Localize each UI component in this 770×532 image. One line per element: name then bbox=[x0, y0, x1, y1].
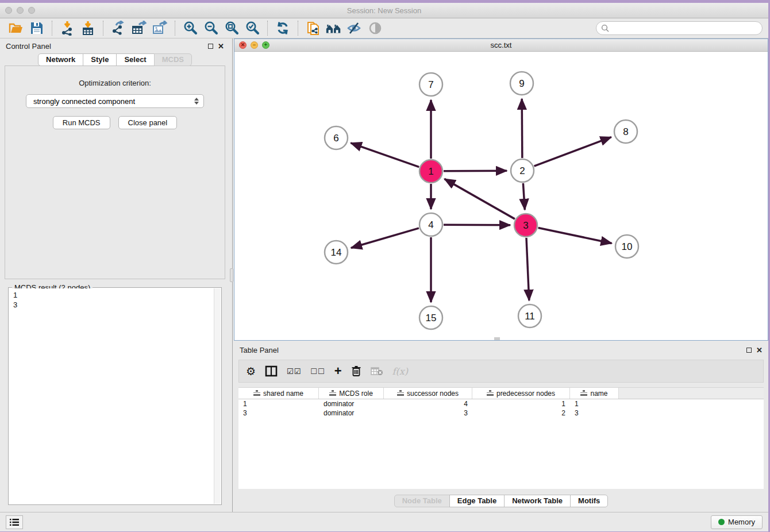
search-field[interactable] bbox=[596, 21, 763, 35]
show-columns-icon[interactable] bbox=[265, 363, 278, 379]
save-session-icon[interactable] bbox=[28, 20, 45, 36]
import-network-icon[interactable] bbox=[59, 20, 76, 36]
graph-node-7[interactable]: 7 bbox=[419, 73, 442, 96]
svg-text:7: 7 bbox=[428, 79, 433, 90]
graph-edge-3-11[interactable] bbox=[526, 238, 529, 300]
tab-network-table[interactable]: Network Table bbox=[504, 495, 571, 507]
graph-node-10[interactable]: 10 bbox=[615, 235, 638, 258]
table-cell[interactable]: 3 bbox=[238, 408, 319, 418]
close-panel-button[interactable]: Close panel bbox=[118, 116, 178, 129]
run-mcds-button[interactable]: Run MCDS bbox=[53, 116, 110, 129]
refresh-icon[interactable] bbox=[274, 20, 291, 36]
table-cell[interactable]: 2 bbox=[472, 408, 570, 418]
table-row[interactable]: 1dominator411 bbox=[238, 399, 764, 408]
hide-selected-icon[interactable] bbox=[346, 20, 363, 36]
criterion-select-value: strongly connected component bbox=[33, 97, 135, 106]
svg-text:11: 11 bbox=[525, 311, 535, 322]
network-canvas[interactable]: 7968124314101511 bbox=[234, 52, 768, 340]
table-cell[interactable]: dominator bbox=[319, 408, 384, 418]
svg-text:6: 6 bbox=[333, 133, 338, 144]
table-settings-gear-icon[interactable]: ⚙ bbox=[246, 363, 256, 379]
svg-text:15: 15 bbox=[426, 313, 437, 323]
table-cell[interactable]: 3 bbox=[570, 408, 619, 418]
graph-edge-3-10[interactable] bbox=[538, 228, 612, 244]
close-panel-icon[interactable]: ✕ bbox=[218, 44, 224, 49]
table-cell[interactable]: dominator bbox=[319, 399, 384, 408]
table-row[interactable]: 3dominator323 bbox=[238, 408, 764, 418]
svg-text:14: 14 bbox=[331, 247, 342, 258]
import-table-icon[interactable] bbox=[79, 20, 97, 36]
graph-edge-2-9[interactable] bbox=[522, 99, 522, 158]
window-resize-grip[interactable] bbox=[494, 337, 500, 340]
graph-node-6[interactable]: 6 bbox=[325, 126, 348, 149]
graph-edge-2-8[interactable] bbox=[534, 137, 611, 167]
tab-network[interactable]: Network bbox=[38, 53, 83, 66]
column-header-shared-name[interactable]: shared name bbox=[238, 388, 319, 399]
tab-edge-table[interactable]: Edge Table bbox=[449, 495, 505, 507]
svg-text:8: 8 bbox=[623, 126, 628, 137]
graph-edge-1-2[interactable] bbox=[444, 171, 507, 171]
column-type-icon bbox=[487, 390, 494, 396]
float-panel-icon[interactable] bbox=[208, 44, 213, 49]
tab-style[interactable]: Style bbox=[83, 53, 117, 66]
graph-node-14[interactable]: 14 bbox=[325, 241, 348, 264]
memory-status-icon bbox=[718, 519, 725, 525]
table-cell[interactable]: 1 bbox=[570, 399, 619, 408]
graph-edge-4-14[interactable] bbox=[351, 228, 419, 248]
zoom-in-icon[interactable] bbox=[182, 20, 199, 36]
memory-button[interactable]: Memory bbox=[711, 515, 763, 529]
tab-node-table[interactable]: Node Table bbox=[394, 495, 450, 507]
duplicate-network-icon[interactable] bbox=[305, 20, 322, 36]
criterion-select[interactable]: strongly connected component bbox=[26, 94, 204, 108]
table-float-panel-icon[interactable] bbox=[746, 348, 752, 353]
tab-select[interactable]: Select bbox=[116, 53, 154, 66]
table-cell[interactable]: 4 bbox=[384, 399, 472, 408]
first-neighbors-icon[interactable] bbox=[325, 20, 342, 36]
panel-splitter[interactable] bbox=[230, 38, 234, 512]
network-window-titlebar[interactable]: ✕ − + scc.txt bbox=[234, 39, 768, 52]
export-network-icon[interactable] bbox=[110, 20, 127, 36]
table-close-panel-icon[interactable]: ✕ bbox=[756, 348, 763, 353]
result-scrollbar[interactable] bbox=[214, 288, 221, 504]
graph-node-15[interactable]: 15 bbox=[419, 306, 442, 329]
graph-edge-2-3[interactable] bbox=[523, 183, 525, 210]
deselect-all-icon[interactable]: ☐☐ bbox=[310, 363, 325, 379]
zoom-selected-icon[interactable] bbox=[244, 20, 261, 36]
zoom-out-icon[interactable] bbox=[202, 20, 220, 36]
graph-node-9[interactable]: 9 bbox=[510, 72, 533, 95]
mcds-result-list[interactable]: 13 bbox=[9, 288, 214, 504]
splitter-grip[interactable] bbox=[230, 268, 233, 282]
network-view-window: ✕ − + scc.txt 79681243141015 bbox=[234, 38, 768, 341]
export-table-icon[interactable] bbox=[130, 20, 148, 36]
graph-node-8[interactable]: 8 bbox=[614, 120, 637, 143]
create-column-icon[interactable]: + bbox=[334, 363, 342, 379]
graph-node-1[interactable]: 1 bbox=[419, 160, 442, 183]
table-cell[interactable]: 1 bbox=[472, 399, 570, 408]
graph-node-4[interactable]: 4 bbox=[419, 213, 442, 236]
column-header-successor-nodes[interactable]: successor nodes bbox=[384, 388, 472, 399]
tab-mcds[interactable]: MCDS bbox=[154, 53, 192, 66]
graph-edge-3-1[interactable] bbox=[444, 179, 514, 219]
delete-column-trash-icon[interactable] bbox=[351, 363, 361, 379]
network-graph[interactable]: 7968124314101511 bbox=[234, 52, 768, 340]
export-image-icon[interactable] bbox=[151, 20, 168, 36]
graph-node-3[interactable]: 3 bbox=[514, 214, 537, 237]
search-input[interactable] bbox=[612, 24, 757, 32]
select-all-icon[interactable]: ☑☑ bbox=[287, 363, 301, 379]
column-header-predecessor-nodes[interactable]: predecessor nodes bbox=[472, 388, 570, 399]
graph-edge-1-6[interactable] bbox=[351, 143, 419, 167]
window-titlebar: Session: New Session bbox=[0, 3, 768, 18]
column-header-name[interactable]: name bbox=[570, 388, 619, 399]
column-header-MCDS-role[interactable]: MCDS role bbox=[319, 388, 384, 399]
tab-motifs[interactable]: Motifs bbox=[570, 495, 608, 507]
graph-node-2[interactable]: 2 bbox=[511, 159, 534, 182]
zoom-fit-icon[interactable] bbox=[223, 20, 240, 36]
table-cell[interactable]: 3 bbox=[384, 408, 472, 418]
open-file-icon[interactable] bbox=[7, 20, 25, 36]
task-history-button[interactable] bbox=[6, 515, 23, 529]
graph-node-11[interactable]: 11 bbox=[518, 304, 541, 327]
show-all-icon[interactable] bbox=[367, 20, 384, 36]
table-toolbar: ⚙ ☑☑ ☐☐ + f(x) bbox=[238, 360, 764, 383]
table-cell[interactable]: 1 bbox=[238, 399, 319, 408]
graph-edge-4-3[interactable] bbox=[444, 225, 510, 225]
